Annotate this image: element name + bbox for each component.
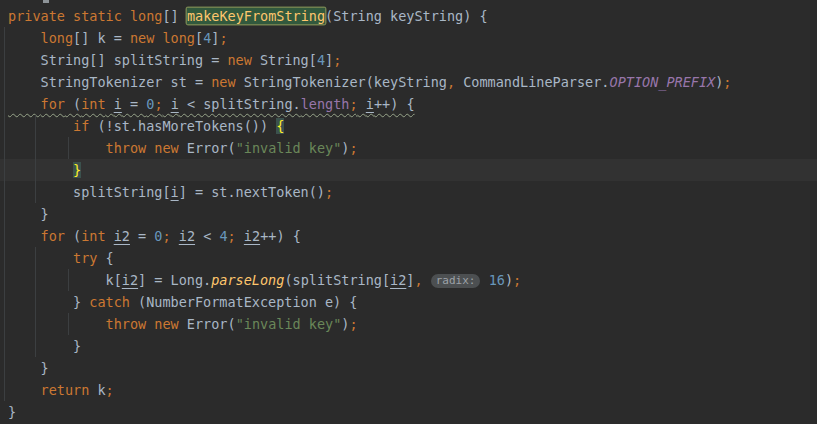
token-keyword: new [130,30,154,46]
token-keyword: for [41,228,65,244]
token-plain-text: k [89,382,105,398]
token-keyword: return [41,382,90,398]
token-plain-text: StringTokenizer st = [8,74,211,90]
code-line[interactable]: if (!st.hasMoreTokens()) { [0,115,817,137]
indent-guide [68,313,69,335]
token-keyword: ; [349,140,357,156]
token-plain-text [171,228,179,244]
code-line[interactable]: return k; [0,379,817,401]
token-plain-text: StringTokenizer(keyString [236,74,447,90]
token-plain-text [8,140,106,156]
token-field-reference: length [301,96,350,112]
token-plain-text: } [8,404,16,420]
token-plain-text [122,8,130,24]
indent-guide [35,115,36,203]
code-line[interactable]: StringTokenizer st = new StringTokenizer… [0,71,817,93]
code-line-caret-row[interactable]: } [0,159,817,181]
code-line[interactable]: } [0,203,817,225]
token-string-literal: "invalid key" [236,140,342,156]
code-line[interactable]: splitString[i] = st.nextToken(); [0,181,817,203]
token-number-literal: 4 [317,52,325,68]
token-plain-text [106,96,114,112]
token-plain-text: } [8,360,49,376]
token-plain-text [8,316,106,332]
token-keyword: new [211,74,235,90]
token-plain-text: (NumberFormatException e) { [130,294,358,310]
token-plain-text: { [97,250,113,266]
token-keyword: for [41,96,65,112]
token-plain-text [8,382,41,398]
token-keyword: ; [219,30,227,46]
token-keyword: ; [325,184,333,200]
token-reassigned-variable: i2 [179,228,195,244]
token-plain-text [8,250,73,266]
token-plain-text [423,272,431,288]
token-plain-text: [] k = [73,30,130,46]
code-lines: private static long[] makeKeyFromString(… [0,5,817,423]
code-line[interactable]: k[i2] = Long.parseLong(splitString[i2], … [0,269,817,291]
token-plain-text [163,96,171,112]
token-number-literal: 4 [219,228,227,244]
code-line[interactable]: long[] k = new long[4]; [0,27,817,49]
token-keyword: static [73,8,122,24]
code-editor[interactable]: private static long[] makeKeyFromString(… [0,0,817,424]
token-keyword: long [41,30,74,46]
token-plain-text [8,96,41,112]
token-parameter-name-hint[interactable]: radix: [431,274,481,288]
token-plain-text [8,30,41,46]
token-plain-text: [ [195,30,203,46]
token-method-name-declaration[interactable]: makeKeyFromString [187,8,325,24]
code-line[interactable]: throw new Error("invalid key"); [0,137,817,159]
code-line[interactable]: for (int i2 = 0; i2 < 4; i2++) { [0,225,817,247]
token-plain-text [480,272,488,288]
token-reassigned-variable: i2 [122,272,138,288]
token-plain-text [8,162,73,178]
token-plain-text [8,118,73,134]
token-reassigned-variable: i [171,96,179,112]
code-line[interactable]: throw new Error("invalid key"); [0,313,817,335]
token-plain-text [236,228,244,244]
token-keyword: ; [723,74,731,90]
code-line[interactable]: for (int i = 0; i < splitString.length; … [0,93,817,115]
token-plain-text: ] = Long. [138,272,211,288]
token-plain-text: ++) { [374,96,415,112]
token-reassigned-variable: i2 [244,228,260,244]
token-plain-text: (!st.hasMoreTokens()) [89,118,276,134]
token-plain-text: ( [65,96,81,112]
token-keyword: , [447,74,455,90]
token-reassigned-variable: i [114,96,122,112]
token-reassigned-variable: i2 [390,272,406,288]
token-number-literal: 16 [489,272,505,288]
code-line[interactable]: } [0,357,817,379]
indent-guide [4,27,5,401]
token-keyword: ; [350,96,358,112]
indent-guide [68,137,69,159]
token-keyword: new [154,140,178,156]
token-plain-text: CommandLineParser. [455,74,609,90]
code-line[interactable]: } catch (NumberFormatException e) { [0,291,817,313]
code-line[interactable]: } [0,401,817,423]
token-keyword: ; [513,272,521,288]
token-reassigned-variable: i [366,96,374,112]
token-plain-text: k[ [8,272,122,288]
token-keyword: ; [349,316,357,332]
token-keyword: throw [106,316,147,332]
token-plain-text: ) [505,272,513,288]
token-keyword: private [8,8,65,24]
token-plain-text [106,228,114,244]
code-line[interactable]: } [0,335,817,357]
token-keyword: ; [333,52,341,68]
token-reassigned-variable: i2 [114,228,130,244]
token-matched-brace: } [73,162,81,178]
token-reassigned-variable: i [171,184,179,200]
code-line[interactable]: private static long[] makeKeyFromString(… [0,5,817,27]
code-line[interactable]: String[] splitString = new String[4]; [0,49,817,71]
clipped-previous-line-fragment [43,0,49,3]
token-plain-text [358,96,366,112]
token-plain-text: (splitString[ [284,272,390,288]
token-keyword: new [227,52,251,68]
token-plain-text: String[] splitString = [8,52,227,68]
token-plain-text: ++) { [260,228,301,244]
token-keyword: long [162,30,195,46]
code-line[interactable]: try { [0,247,817,269]
